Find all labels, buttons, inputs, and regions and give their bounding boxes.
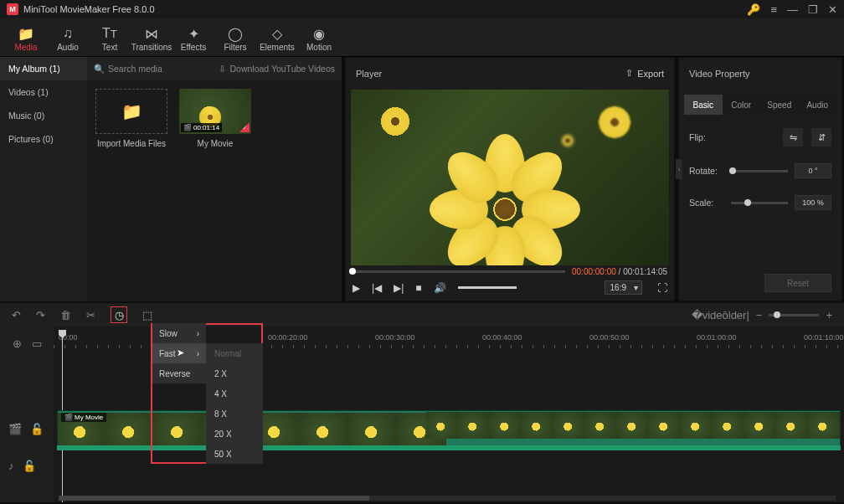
chevron-right-icon: › bbox=[197, 329, 199, 338]
tab-effects[interactable]: ✦Effects bbox=[172, 22, 214, 56]
tab-media[interactable]: 📁Media bbox=[5, 22, 47, 56]
lock-track-icon[interactable]: 🔓 bbox=[30, 423, 44, 435]
media-panel: My Album (1) Videos (1) Music (0) Pictur… bbox=[0, 57, 342, 301]
tab-motion[interactable]: ◉Motion bbox=[298, 22, 340, 56]
maximize-icon[interactable]: ❐ bbox=[808, 3, 818, 16]
media-tile-my-movie[interactable]: 🎬00:01:14 ✓ My Movie bbox=[179, 89, 251, 148]
top-tab-bar: 📁Media ♫Audio TTText ⋈Transitions ✦Effec… bbox=[0, 18, 844, 57]
chevron-right-icon: › bbox=[197, 349, 199, 358]
player-title: Player bbox=[356, 69, 382, 79]
elements-icon: ◇ bbox=[272, 26, 282, 41]
timeline-scrollbar[interactable] bbox=[59, 496, 836, 501]
redo-button[interactable]: ↷ bbox=[36, 309, 45, 321]
motion-icon: ◉ bbox=[313, 26, 325, 41]
crop-button[interactable]: ⬚ bbox=[142, 309, 152, 321]
clip-audio-strip bbox=[57, 445, 841, 450]
video-icon: 🎬 bbox=[183, 124, 192, 131]
export-icon: ⇧ bbox=[625, 68, 633, 79]
speed-menu-reverse[interactable]: Reverse bbox=[152, 363, 206, 383]
tab-elements[interactable]: ◇Elements bbox=[256, 22, 298, 56]
sidebar-item-music[interactable]: Music (0) bbox=[0, 104, 87, 127]
prev-frame-button[interactable]: |◀ bbox=[372, 282, 382, 294]
reset-button[interactable]: Reset bbox=[764, 274, 831, 292]
timeline: ⊕ ▭ 🎬 🔓 ♪ 🔓 00:00 00:00:10:00 00:00:20:0… bbox=[0, 327, 844, 502]
video-property-panel: Video Property Basic Color Speed Audio F… bbox=[678, 57, 842, 301]
property-title: Video Property bbox=[689, 69, 750, 79]
sidebar-item-pictures[interactable]: Pictures (0) bbox=[0, 127, 87, 151]
time-display: 00:00:00:00 / 00:01:14:05 bbox=[572, 267, 667, 276]
volume-icon[interactable]: 🔊 bbox=[434, 282, 446, 294]
zoom-in-button[interactable]: + bbox=[826, 309, 832, 321]
sidebar-item-my-album[interactable]: My Album (1) bbox=[0, 57, 87, 80]
play-button[interactable]: ▶ bbox=[353, 282, 360, 294]
speed-option-normal[interactable]: Normal bbox=[206, 343, 263, 363]
speed-button[interactable]: ◷ bbox=[111, 306, 127, 323]
add-track-button[interactable]: ⊕ bbox=[13, 337, 22, 350]
delete-button[interactable]: 🗑 bbox=[60, 309, 71, 321]
fit-zoom-button[interactable]: �videōlder| bbox=[692, 309, 749, 321]
rotate-label: Rotate: bbox=[689, 166, 723, 176]
speed-option-8x[interactable]: 8 X bbox=[206, 404, 263, 424]
video-icon: 🎬 bbox=[64, 414, 73, 421]
audio-track-icon[interactable]: ♪ bbox=[8, 460, 14, 472]
speed-option-50x[interactable]: 50 X bbox=[206, 444, 263, 464]
app-logo: M bbox=[7, 3, 18, 15]
tab-audio[interactable]: ♫Audio bbox=[47, 22, 89, 56]
sidebar-item-videos[interactable]: Videos (1) bbox=[0, 80, 87, 104]
rotate-value[interactable]: 0 ° bbox=[795, 163, 831, 178]
zoom-slider[interactable] bbox=[769, 314, 819, 316]
folder-icon: 📁 bbox=[18, 26, 34, 41]
search-media[interactable]: 🔍 Search media bbox=[94, 64, 162, 75]
aspect-ratio-select[interactable]: 16:9 bbox=[605, 280, 642, 295]
zoom-out-button[interactable]: − bbox=[756, 309, 763, 321]
next-frame-button[interactable]: ▶| bbox=[394, 282, 404, 294]
import-media-tile[interactable]: 📁 Import Media Files bbox=[95, 89, 167, 148]
scale-value[interactable]: 100 % bbox=[795, 195, 831, 210]
effects-icon: ✦ bbox=[188, 26, 199, 41]
speed-option-2x[interactable]: 2 X bbox=[206, 363, 263, 383]
minimize-icon[interactable]: — bbox=[787, 3, 798, 16]
fullscreen-button[interactable]: ⛶ bbox=[657, 282, 667, 294]
video-track-icon[interactable]: 🎬 bbox=[8, 423, 22, 435]
speed-menu-slow[interactable]: Slow› bbox=[152, 323, 206, 343]
progress-bar[interactable] bbox=[353, 270, 565, 273]
timeline-toolbar: ↶ ↷ 🗑 ✂ ◷ ⬚ �videōlder| − + bbox=[0, 303, 844, 327]
search-icon: 🔍 bbox=[94, 64, 105, 75]
media-sidebar: My Album (1) Videos (1) Music (0) Pictur… bbox=[0, 57, 87, 301]
track-manage-button[interactable]: ▭ bbox=[32, 337, 42, 350]
prop-tab-audio[interactable]: Audio bbox=[799, 95, 837, 115]
video-clip-continued[interactable] bbox=[426, 410, 841, 442]
prop-tab-basic[interactable]: Basic bbox=[684, 95, 723, 115]
key-icon[interactable]: 🔑 bbox=[747, 3, 760, 16]
scale-label: Scale: bbox=[689, 198, 723, 208]
speed-submenu: Normal 2 X 4 X 8 X 20 X 50 X bbox=[206, 343, 263, 464]
tab-text[interactable]: TTText bbox=[89, 22, 131, 56]
folder-icon: 📁 bbox=[121, 101, 142, 121]
lock-audio-icon[interactable]: 🔓 bbox=[23, 460, 36, 472]
speed-option-4x[interactable]: 4 X bbox=[206, 383, 263, 404]
text-icon: TT bbox=[102, 26, 117, 41]
undo-button[interactable]: ↶ bbox=[12, 309, 21, 321]
stop-button[interactable]: ■ bbox=[415, 282, 421, 294]
app-title: MiniTool MovieMaker Free 8.0.0 bbox=[23, 4, 155, 14]
export-button[interactable]: ⇧ Export bbox=[625, 68, 664, 79]
close-icon[interactable]: ✕ bbox=[828, 3, 837, 16]
panel-expand-handle[interactable]: › bbox=[676, 159, 682, 179]
menu-icon[interactable]: ≡ bbox=[770, 3, 777, 16]
tab-transitions[interactable]: ⋈Transitions bbox=[131, 22, 172, 56]
tab-filters[interactable]: ◯Filters bbox=[214, 22, 256, 56]
download-youtube[interactable]: ⇩ Download YouTube Videos bbox=[219, 64, 335, 74]
prop-tab-speed[interactable]: Speed bbox=[760, 95, 799, 115]
rotate-slider[interactable] bbox=[731, 170, 788, 172]
music-note-icon: ♫ bbox=[63, 26, 73, 41]
scale-slider[interactable] bbox=[731, 202, 788, 204]
filters-icon: ◯ bbox=[228, 26, 243, 41]
speed-menu-fast[interactable]: Fast› bbox=[152, 343, 206, 363]
prop-tab-color[interactable]: Color bbox=[723, 95, 761, 115]
titlebar: M MiniTool MovieMaker Free 8.0.0 🔑 ≡ — ❐… bbox=[0, 0, 844, 18]
volume-slider[interactable] bbox=[458, 286, 517, 289]
flip-vertical-button[interactable]: ⇵ bbox=[811, 128, 831, 147]
split-button[interactable]: ✂ bbox=[86, 309, 95, 321]
flip-horizontal-button[interactable]: ⇋ bbox=[783, 128, 803, 147]
speed-option-20x[interactable]: 20 X bbox=[206, 424, 263, 444]
